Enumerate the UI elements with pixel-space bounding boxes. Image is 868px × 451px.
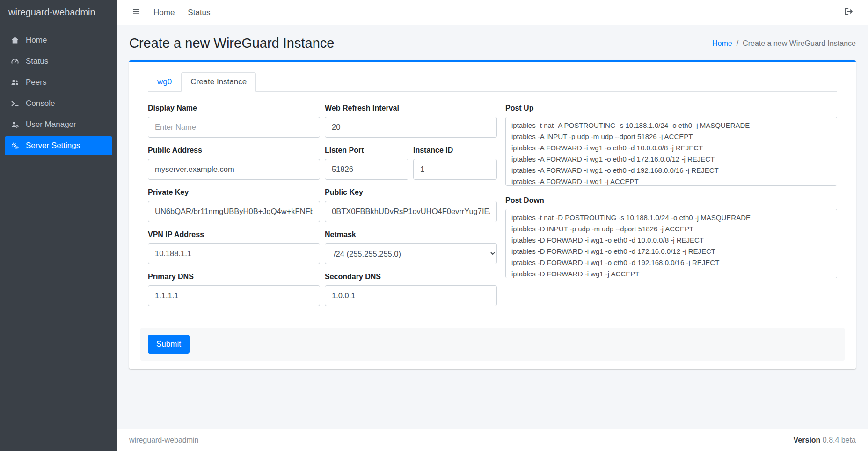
- sidebar-item-home[interactable]: Home: [5, 31, 112, 50]
- vpn-ip-group: VPN IP Address: [148, 230, 320, 264]
- public-address-group: Public Address: [148, 146, 320, 180]
- display-name-input[interactable]: [148, 117, 320, 138]
- submit-button[interactable]: Submit: [148, 335, 190, 354]
- hamburger-icon: [132, 7, 140, 18]
- vpn-ip-input[interactable]: [148, 243, 320, 264]
- sidebar-item-peers[interactable]: Peers: [5, 73, 112, 92]
- instance-id-input[interactable]: [413, 159, 497, 180]
- private-key-group: Private Key: [148, 188, 320, 222]
- instance-id-group: Instance ID: [413, 146, 497, 180]
- footer-brand: wireguard-webadmin: [129, 436, 199, 444]
- logout-icon: [844, 7, 853, 18]
- instance-form: Display Name Web Refresh Interval Public…: [148, 104, 837, 315]
- private-key-label: Private Key: [148, 188, 320, 197]
- primary-dns-group: Primary DNS: [148, 273, 320, 306]
- breadcrumb: Home / Create a new WireGuard Instance: [712, 39, 856, 48]
- post-down-textarea[interactable]: iptables -t nat -D POSTROUTING -s 10.188…: [505, 209, 837, 278]
- main-footer: wireguard-webadmin Version 0.8.4 beta: [117, 429, 868, 451]
- footer-version-label: Version: [794, 436, 821, 444]
- user-manager-icon: [10, 120, 20, 129]
- form-left-columns: Display Name Web Refresh Interval Public…: [148, 104, 497, 315]
- public-key-label: Public Key: [325, 188, 497, 197]
- instance-id-label: Instance ID: [413, 146, 497, 155]
- post-up-textarea[interactable]: iptables -t nat -A POSTROUTING -s 10.188…: [505, 117, 837, 186]
- listen-port-group: Listen Port: [325, 146, 408, 180]
- sidebar-item-label: Console: [26, 99, 55, 108]
- server-settings-icon: [10, 141, 20, 150]
- primary-dns-label: Primary DNS: [148, 273, 320, 281]
- post-down-label: Post Down: [505, 196, 837, 205]
- page-title: Create a new WireGuard Instance: [129, 36, 334, 51]
- display-name-label: Display Name: [148, 104, 320, 112]
- instance-card-body: wg0 Create Instance Display Name Web Ref…: [129, 62, 856, 369]
- main-column: Home Status Create a new WireGuard Insta…: [117, 0, 868, 451]
- tab-create-instance[interactable]: Create Instance: [181, 72, 256, 92]
- vpn-ip-label: VPN IP Address: [148, 230, 320, 239]
- footer-version-value: 0.8.4 beta: [823, 436, 856, 444]
- listen-port-label: Listen Port: [325, 146, 408, 155]
- web-refresh-interval-group: Web Refresh Interval: [325, 104, 497, 138]
- secondary-dns-group: Secondary DNS: [325, 273, 497, 306]
- port-id-row: Listen Port Instance ID: [325, 146, 497, 188]
- breadcrumb-separator: /: [737, 39, 738, 48]
- public-key-input[interactable]: [325, 201, 497, 222]
- home-icon: [10, 36, 20, 45]
- post-up-group: Post Up iptables -t nat -A POSTROUTING -…: [505, 104, 837, 188]
- brand-link[interactable]: wireguard-webadmin: [0, 0, 117, 25]
- public-address-input[interactable]: [148, 159, 320, 180]
- form-right-column: Post Up iptables -t nat -A POSTROUTING -…: [505, 104, 837, 315]
- topnav-link-status[interactable]: Status: [182, 4, 216, 21]
- public-address-label: Public Address: [148, 146, 320, 155]
- primary-dns-input[interactable]: [148, 285, 320, 306]
- tab-wg0[interactable]: wg0: [148, 72, 181, 92]
- public-key-group: Public Key: [325, 188, 497, 222]
- secondary-dns-label: Secondary DNS: [325, 273, 497, 281]
- sidebar-item-status[interactable]: Status: [5, 52, 112, 71]
- instance-card: wg0 Create Instance Display Name Web Ref…: [129, 60, 856, 369]
- private-key-input[interactable]: [148, 201, 320, 222]
- netmask-group: Netmask /24 (255.255.255.0): [325, 230, 497, 264]
- console-icon: [10, 99, 20, 108]
- sidebar-item-label: Peers: [26, 78, 46, 87]
- listen-port-input[interactable]: [325, 159, 408, 180]
- topnav-link-home[interactable]: Home: [148, 4, 180, 21]
- sidebar-toggle-button[interactable]: [126, 3, 146, 22]
- content-header: Create a new WireGuard Instance Home / C…: [129, 25, 856, 60]
- netmask-select[interactable]: /24 (255.255.255.0): [325, 243, 497, 264]
- peers-icon: [10, 78, 20, 87]
- status-icon: [10, 57, 20, 66]
- web-refresh-interval-label: Web Refresh Interval: [325, 104, 497, 112]
- sidebar-item-console[interactable]: Console: [5, 94, 112, 113]
- sidebar-item-label: User Manager: [26, 120, 76, 129]
- sidebar-item-label: Status: [26, 57, 48, 66]
- post-up-label: Post Up: [505, 104, 837, 112]
- form-footer-band: Submit: [140, 328, 845, 361]
- sidebar-item-server-settings[interactable]: Server Settings: [5, 136, 112, 155]
- footer-version: Version 0.8.4 beta: [794, 436, 856, 444]
- breadcrumb-current: Create a new WireGuard Instance: [743, 39, 856, 48]
- sidebar-nav: Home Status Peers Console: [0, 25, 117, 163]
- app-root: wireguard-webadmin Home Status Peers: [0, 0, 868, 451]
- sidebar-item-label: Server Settings: [26, 141, 80, 150]
- top-navbar: Home Status: [117, 0, 868, 25]
- web-refresh-interval-input[interactable]: [325, 117, 497, 138]
- sidebar: wireguard-webadmin Home Status Peers: [0, 0, 117, 451]
- sidebar-item-label: Home: [26, 36, 47, 45]
- logout-button[interactable]: [839, 3, 859, 22]
- netmask-label: Netmask: [325, 230, 497, 239]
- sidebar-item-user-manager[interactable]: User Manager: [5, 115, 112, 134]
- display-name-group: Display Name: [148, 104, 320, 138]
- post-down-group: Post Down iptables -t nat -D POSTROUTING…: [505, 196, 837, 280]
- content-area: Create a new WireGuard Instance Home / C…: [117, 25, 868, 429]
- breadcrumb-home-link[interactable]: Home: [712, 39, 732, 48]
- instance-tabs: wg0 Create Instance: [148, 72, 837, 92]
- secondary-dns-input[interactable]: [325, 285, 497, 306]
